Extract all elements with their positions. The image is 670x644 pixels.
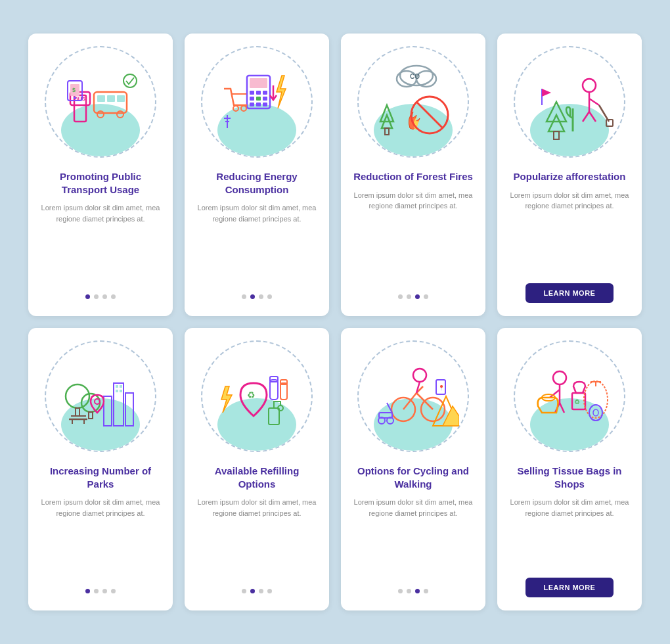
icon-circle: ♻ [201,340,313,452]
svg-marker-29 [277,76,286,108]
icon-circle [201,46,313,158]
svg-rect-59 [120,385,122,388]
svg-marker-49 [548,115,564,131]
svg-point-8 [117,111,123,118]
svg-rect-6 [117,95,125,102]
dot-1 [398,589,403,593]
svg-rect-5 [107,95,115,102]
card-title: Reduction of Forest Fires [342,165,485,187]
svg-rect-72 [270,380,278,400]
card-afforestation: Popularize afforestation Lorem ipsum dol… [497,34,642,316]
card-body: Lorem ipsum dolor sit dim amet, mea regi… [497,494,642,574]
svg-line-46 [589,112,596,122]
svg-line-45 [583,112,589,122]
card-body: Lorem ipsum dolor sit dim amet, mea regi… [497,187,642,280]
svg-point-106 [593,409,598,416]
card-dots [85,589,116,593]
dot-2 [407,294,411,299]
dot-4 [267,589,272,593]
dot-3 [259,294,263,299]
afforestation-icon [524,56,615,148]
dot-3 [102,294,107,299]
dot-3 [102,589,107,593]
svg-rect-23 [256,103,261,106]
svg-rect-48 [606,120,613,126]
svg-marker-54 [542,89,551,97]
cycling-icon: 📍 [367,350,459,442]
card-body: Lorem ipsum dolor sit dim amet, mea regi… [28,200,173,289]
svg-rect-51 [554,131,559,139]
svg-text:♻: ♻ [247,390,256,400]
cards-grid: BUS $ [28,34,642,610]
tissue-bags-icon: ♻ [524,350,615,442]
parks-icon [55,350,146,442]
svg-rect-58 [116,385,118,388]
svg-rect-76 [269,408,279,425]
svg-line-44 [589,99,599,105]
svg-line-83 [416,393,433,409]
card-title: Options for Cycling and Walking [341,459,485,494]
svg-point-62 [66,384,89,408]
dot-2 [407,589,411,593]
svg-rect-19 [250,97,254,101]
card-title: Selling Tissue Bags in Shops [497,459,642,494]
svg-rect-15 [250,78,267,88]
svg-rect-18 [263,91,267,95]
dot-3 [415,589,420,593]
card-refilling: ♻ Available Refilling Options Lorem ipsu… [185,328,329,610]
svg-text:$: $ [72,87,76,93]
card-cycling: 📍 Options for Cycling and Walking Lorem … [341,328,485,610]
svg-rect-57 [104,396,112,426]
dot-4 [424,294,428,299]
svg-point-42 [583,79,596,92]
card-public-transport: BUS $ [28,34,173,316]
svg-point-13 [123,74,137,87]
dot-1 [398,294,403,299]
card-icon-area: BUS $ [28,34,173,165]
card-icon-area: ♻ [185,328,329,459]
svg-rect-4 [97,95,105,102]
card-title: Increasing Number of Parks [28,459,173,494]
svg-line-41 [416,102,443,128]
card-icon-area: ♻ [497,328,642,459]
dot-2 [94,589,99,593]
svg-rect-21 [263,97,267,101]
forest-fires-icon: CO [367,56,459,148]
dot-2 [250,589,255,593]
learn-more-button-tissue[interactable]: LEARN MORE [525,578,614,597]
svg-text:📍: 📍 [438,384,445,391]
card-tissue-bags: ♻ Selling Tissue Bags in Shops Lorem ips… [497,328,642,610]
svg-rect-20 [256,97,261,101]
icon-circle: CO [357,46,469,158]
card-body: Lorem ipsum dolor sit dim amet, mea regi… [341,494,485,584]
dot-3 [415,294,420,299]
svg-rect-74 [280,383,287,400]
card-icon-area [497,34,642,165]
icon-circle [514,46,625,158]
transport-icon: BUS $ [55,56,146,148]
energy-icon [211,56,303,148]
card-energy-consumption: Reducing Energy Consumption Lorem ipsum … [185,34,329,316]
svg-line-98 [560,403,564,413]
svg-rect-39 [385,128,389,135]
svg-point-27 [233,106,238,111]
svg-rect-17 [256,91,261,95]
card-title: Popularize afforestation [502,165,638,187]
dot-4 [424,589,428,593]
svg-rect-22 [250,103,254,106]
svg-rect-56 [125,393,133,426]
card-title: Reducing Energy Consumption [185,165,329,200]
dot-3 [259,589,263,593]
icon-circle: ♻ [514,340,625,452]
card-dots [242,589,272,593]
svg-marker-50 [547,102,566,122]
card-dots [398,294,428,299]
learn-more-button-afforestation[interactable]: LEARN MORE [525,283,614,303]
svg-point-11 [74,97,76,99]
svg-rect-61 [120,390,122,392]
card-parks: Increasing Number of Parks Lorem ipsum d… [28,328,173,610]
svg-rect-24 [263,103,267,106]
dot-4 [111,589,116,593]
card-icon-area [185,34,329,165]
card-body: Lorem ipsum dolor sit dim amet, mea regi… [341,187,485,290]
